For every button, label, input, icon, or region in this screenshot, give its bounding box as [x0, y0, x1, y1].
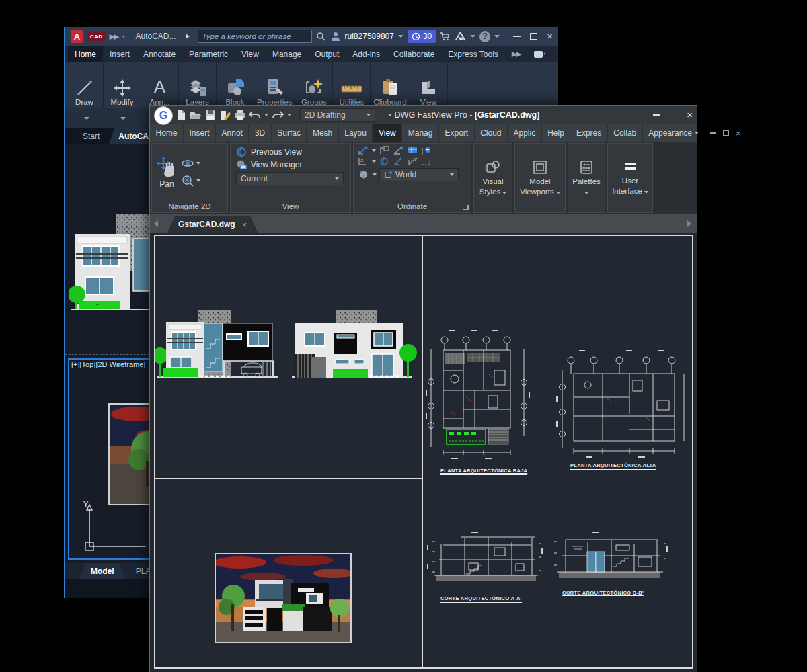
grid-corner-icon[interactable] — [421, 157, 432, 166]
new-file-icon[interactable] — [176, 110, 186, 121]
user-interface-button[interactable]: User Interface — [608, 144, 652, 212]
fv-tab-cloud[interactable]: Cloud — [475, 124, 508, 142]
doc-minimize-button[interactable] — [710, 132, 716, 134]
palettes-button[interactable]: Palettes — [568, 144, 605, 212]
ucs-cube-icon[interactable] — [358, 169, 370, 180]
panel-utilities[interactable]: Utilities — [333, 62, 371, 108]
close-button[interactable]: × — [547, 33, 553, 40]
fastview-minimize-button[interactable] — [653, 114, 660, 116]
model-viewports-button[interactable]: Model Viewports — [515, 144, 565, 212]
tab-overflow-icon[interactable]: ▶▶ — [505, 46, 527, 62]
pan-button[interactable]: Pan — [155, 155, 178, 189]
point-style-icon[interactable] — [358, 146, 369, 155]
panel-modify[interactable]: Modify — [104, 62, 141, 108]
quick-access-expand-icon[interactable]: ▶▶ — [110, 32, 118, 41]
panel-block[interactable]: Block — [217, 62, 254, 108]
zoom-prev-icon[interactable] — [379, 157, 390, 166]
ordinate-dim-icon[interactable] — [379, 146, 390, 155]
doc-close-button[interactable]: × — [736, 128, 741, 138]
tab-insert[interactable]: Insert — [103, 46, 137, 62]
previous-view-button[interactable]: Previous View — [236, 146, 302, 157]
tab-collaborate[interactable]: Collaborate — [387, 46, 441, 62]
search-icon[interactable] — [316, 32, 326, 42]
tab-manage[interactable]: Manage — [266, 46, 308, 62]
region-icon[interactable] — [421, 146, 432, 155]
tab-add-ins[interactable]: Add-ins — [346, 46, 387, 62]
view-panel-label[interactable]: View — [231, 200, 350, 212]
fv-tab-help[interactable]: Help — [542, 124, 571, 142]
redo-history-caret-icon[interactable] — [287, 114, 291, 116]
fv-tab-insert[interactable]: Insert — [184, 124, 216, 142]
tab-express-tools[interactable]: Express Tools — [441, 46, 504, 62]
fv-tab-export[interactable]: Export — [439, 124, 475, 142]
undo-history-caret-icon[interactable] — [264, 114, 268, 116]
help-menu-caret-icon[interactable] — [494, 35, 500, 38]
print-icon[interactable] — [234, 110, 245, 120]
ucs-caret-icon[interactable] — [373, 173, 377, 176]
modify-expand-caret-icon[interactable] — [120, 117, 126, 120]
panel-clipboard[interactable]: Clipboard — [371, 62, 410, 108]
tab-home[interactable]: Home — [68, 46, 103, 62]
fv-tab-express[interactable]: Expres — [570, 124, 607, 142]
autodesk-menu-caret-icon[interactable] — [470, 35, 475, 38]
file-tab-start[interactable]: Start — [73, 128, 109, 144]
tab-scroll-left-icon[interactable] — [154, 220, 158, 227]
visual-styles-button[interactable]: Visual Styles — [474, 144, 512, 212]
search-input[interactable] — [198, 30, 312, 43]
panel-annotation[interactable]: A Ann... — [141, 62, 179, 108]
zoom-button[interactable] — [181, 175, 200, 187]
fv-tab-application[interactable]: Applic — [508, 124, 542, 142]
ordinate-panel-label[interactable]: Ordinate — [354, 200, 471, 212]
orbit-button[interactable] — [181, 157, 200, 169]
layout-tab-model[interactable]: Model — [80, 563, 125, 579]
fastview-close-button[interactable]: × — [687, 112, 693, 118]
panel-properties[interactable]: Properties — [254, 62, 295, 108]
ribbon-display-toggle-icon[interactable] — [527, 46, 553, 62]
user-menu-caret-icon[interactable] — [398, 35, 404, 38]
fv-tab-layout[interactable]: Layou — [339, 124, 373, 142]
document-tab-close-icon[interactable]: × — [242, 220, 247, 230]
doc-restore-button[interactable] — [723, 130, 729, 136]
fv-tab-mesh[interactable]: Mesh — [307, 124, 338, 142]
angle-dim-icon[interactable] — [393, 146, 404, 155]
point-style-caret-icon[interactable] — [372, 149, 376, 152]
user-icon[interactable] — [330, 31, 341, 42]
undo-icon[interactable] — [249, 110, 261, 120]
panel-view[interactable]: View — [410, 62, 448, 108]
appearance-menu[interactable]: Appearance — [643, 124, 705, 142]
view-current-select[interactable]: Current — [236, 172, 344, 185]
autocad-logo-icon[interactable]: A — [71, 30, 83, 43]
tab-annotate[interactable]: Annotate — [137, 46, 182, 62]
navigate-2d-panel-label[interactable]: Navigate 2D — [152, 200, 227, 212]
autodesk-logo-icon[interactable] — [455, 32, 466, 41]
axis-caret-icon[interactable] — [372, 160, 376, 163]
fv-tab-collaborate[interactable]: Collab — [608, 124, 643, 142]
help-icon[interactable]: ? — [479, 31, 490, 42]
ordinate-launcher-icon[interactable] — [463, 205, 469, 210]
panel-layers[interactable]: Layers — [179, 62, 217, 108]
table-icon[interactable] — [407, 146, 418, 155]
minimize-button[interactable] — [513, 36, 521, 37]
fv-tab-home[interactable]: Home — [150, 124, 184, 142]
fv-tab-manage[interactable]: Manag — [402, 124, 439, 142]
cart-icon[interactable] — [440, 32, 451, 42]
fastview-drawing-area[interactable]: PLANTA ARQUITECTÓNICA BAJA PLANTA ARQUIT… — [150, 233, 697, 672]
redo-icon[interactable] — [272, 110, 284, 120]
tab-output[interactable]: Output — [308, 46, 346, 62]
fv-tab-view[interactable]: View — [373, 124, 402, 142]
open-file-icon[interactable] — [190, 110, 202, 120]
fv-tab-3d[interactable]: 3D — [249, 124, 271, 142]
tab-view[interactable]: View — [235, 46, 266, 62]
fv-tab-surface[interactable]: Surfac — [272, 124, 307, 142]
fastview-maximize-button[interactable] — [670, 112, 677, 118]
export-icon[interactable] — [219, 110, 231, 121]
username-label[interactable]: rui827589807 — [345, 32, 394, 41]
tab-scroll-right-icon[interactable] — [687, 220, 691, 227]
panel-groups[interactable]: Groups — [295, 62, 333, 108]
point-icon[interactable] — [393, 157, 404, 166]
ucs-world-select[interactable]: World — [379, 168, 459, 181]
title-expand-arrow-icon[interactable] — [186, 34, 190, 39]
fastview-logo-icon[interactable]: G — [154, 106, 173, 125]
view-manager-button[interactable]: View Manager — [236, 159, 303, 170]
document-tab[interactable]: GstarCAD.dwg × — [167, 216, 258, 233]
